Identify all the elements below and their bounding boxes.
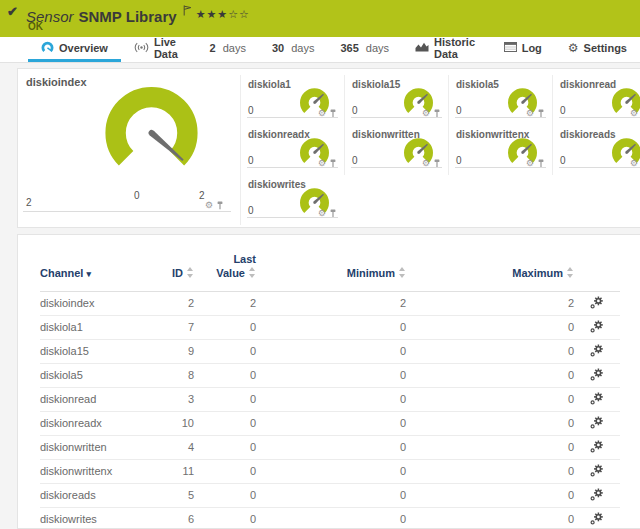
tab-30-days[interactable]: 30 days <box>259 37 328 62</box>
channel-maximum: 0 <box>406 363 574 387</box>
channel-minimum: 0 <box>256 459 406 483</box>
flag-icon[interactable] <box>183 2 192 19</box>
channel-last-value: 0 <box>194 435 256 459</box>
channel-settings-icon[interactable] <box>590 515 604 527</box>
channel-minimum: 0 <box>256 507 406 529</box>
channel-settings-icon[interactable] <box>590 419 604 431</box>
column-header-id[interactable]: ID <box>146 245 194 291</box>
tab-365-days[interactable]: 365 days <box>327 37 402 62</box>
channel-settings-icon[interactable] <box>590 347 604 359</box>
gauge-pin-icon[interactable] <box>433 104 441 122</box>
table-row: diskionwritten 4 0 0 0 <box>40 435 620 459</box>
gauge-pin-icon[interactable] <box>433 154 441 172</box>
channel-settings-icon[interactable] <box>590 323 604 335</box>
live-signal-icon <box>134 42 149 55</box>
gauge-cell[interactable]: diskiola15 0 ⚙ <box>344 75 448 125</box>
channel-settings-icon[interactable] <box>590 467 604 479</box>
channel-maximum: 0 <box>406 339 574 363</box>
divider <box>559 117 640 118</box>
gauge-current-value: 2 <box>26 197 32 208</box>
gauge-current-value: 0 <box>456 105 462 116</box>
channel-settings-icon[interactable] <box>590 371 604 383</box>
gauge-pin-icon[interactable] <box>329 204 337 222</box>
channel-minimum: 0 <box>256 411 406 435</box>
channel-minimum: 0 <box>256 363 406 387</box>
channel-name: diskiowrites <box>40 507 146 529</box>
column-header-minimum[interactable]: Minimum <box>256 245 406 291</box>
channel-last-value: 0 <box>194 315 256 339</box>
tab-2-days[interactable]: 2 days <box>197 37 259 62</box>
gauge-current-value: 0 <box>352 105 358 116</box>
channel-settings-icon[interactable] <box>590 443 604 455</box>
column-header-channel[interactable]: Channel▾ <box>40 245 146 291</box>
channel-id: 9 <box>146 339 194 363</box>
gauge-cell[interactable]: diskionwrittenx 0 ⚙ <box>448 125 552 175</box>
channel-maximum: 0 <box>406 507 574 529</box>
gauge-cell[interactable]: diskionread 0 ⚙ <box>552 75 640 125</box>
channel-maximum: 0 <box>406 435 574 459</box>
table-row: diskiola5 8 0 0 0 <box>40 363 620 387</box>
channel-maximum: 0 <box>406 411 574 435</box>
channel-settings-icon[interactable] <box>590 491 604 503</box>
gauge-cell[interactable]: diskionreadx 0 ⚙ <box>240 125 344 175</box>
tab-label: days <box>291 42 314 54</box>
status-badge: OK <box>28 21 43 32</box>
gauge-scale-min: 0 <box>134 190 140 201</box>
divider <box>23 211 231 212</box>
gauge-title: diskioreads <box>560 129 616 140</box>
column-header-last-value[interactable]: Last Value <box>194 245 256 291</box>
gauge-cell[interactable]: diskiola5 0 ⚙ <box>448 75 552 125</box>
channel-name: diskionreadx <box>40 411 146 435</box>
table-header-row: Channel▾ ID Last Value Minimum Maximum <box>40 245 620 291</box>
tab-live-data[interactable]: Live Data <box>121 37 197 62</box>
channel-maximum: 0 <box>406 387 574 411</box>
gauge-pin-icon[interactable] <box>329 154 337 172</box>
gauge-settings-gear-icon[interactable]: ⚙ <box>205 201 213 210</box>
gauge-cell[interactable]: diskiola1 0 ⚙ <box>240 75 344 125</box>
channel-id: 2 <box>146 291 194 315</box>
channel-maximum: 0 <box>406 483 574 507</box>
channel-settings-icon[interactable] <box>590 299 604 311</box>
log-icon <box>504 42 517 54</box>
gauge-icon <box>41 41 54 55</box>
divider <box>247 167 338 168</box>
tab-overview[interactable]: Overview <box>28 37 121 62</box>
gauge-current-value: 0 <box>248 155 254 166</box>
column-header-maximum[interactable]: Maximum <box>406 245 574 291</box>
gauge-current-value: 0 <box>248 205 254 216</box>
sensor-header: ✔ SensorSNMP Library★★★☆☆ OK <box>0 0 640 37</box>
gauge-pin-icon[interactable] <box>329 104 337 122</box>
prtg-sensor-page: { "header": { "check_icon": "✔", "sensor… <box>0 0 640 529</box>
tab-historic-data[interactable]: Historic Data <box>402 37 491 62</box>
gauge-cell-diskioindex[interactable]: diskioindex 0 2 2 ⚙ <box>18 69 240 227</box>
channel-settings-icon[interactable] <box>590 395 604 407</box>
tab-label: days <box>223 42 246 54</box>
gauge-title: diskionread <box>560 79 616 90</box>
gauge-cell[interactable]: diskioreads 0 ⚙ <box>552 125 640 175</box>
channel-last-value: 0 <box>194 459 256 483</box>
gauge-cell[interactable]: diskiowrites 0 ⚙ <box>240 175 344 225</box>
gauge-current-value: 0 <box>352 155 358 166</box>
gauge-pin-icon[interactable] <box>537 154 545 172</box>
gauge-cell[interactable]: diskionwritten 0 ⚙ <box>344 125 448 175</box>
channel-id: 7 <box>146 315 194 339</box>
gauge-pin-icon[interactable] <box>537 104 545 122</box>
channel-id: 8 <box>146 363 194 387</box>
table-row: diskiola1 7 0 0 0 <box>40 315 620 339</box>
channel-last-value: 0 <box>194 363 256 387</box>
channel-id: 11 <box>146 459 194 483</box>
sort-arrows-icon <box>567 267 574 278</box>
channel-last-value: 2 <box>194 291 256 315</box>
priority-stars[interactable]: ★★★☆☆ <box>196 8 250 20</box>
sorted-caret-icon: ▾ <box>86 269 91 279</box>
sort-arrows-icon <box>399 267 406 278</box>
tab-log[interactable]: Log <box>491 37 555 62</box>
tab-settings[interactable]: ⚙ Settings <box>555 37 640 62</box>
divider <box>455 167 546 168</box>
channel-id: 3 <box>146 387 194 411</box>
table-row: diskionread 3 0 0 0 <box>40 387 620 411</box>
table-row: diskiowrites 6 0 0 0 <box>40 507 620 529</box>
tab-label: Live Data <box>154 36 184 60</box>
channel-name: diskiola15 <box>40 339 146 363</box>
tab-label: Historic Data <box>434 36 478 60</box>
